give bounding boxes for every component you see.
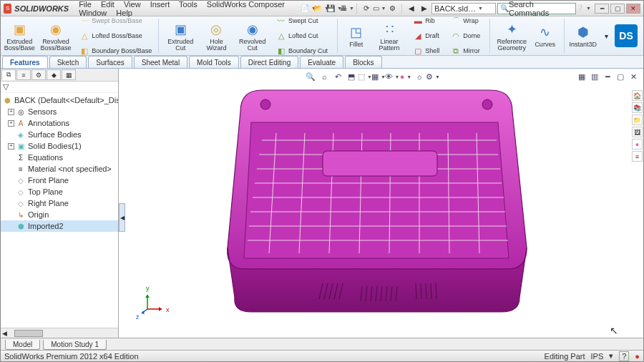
doc-max-icon[interactable]: ▢	[615, 71, 626, 82]
minimize-button[interactable]: ━	[595, 4, 609, 14]
revolved-cut-button[interactable]: ◉Revolved Cut	[236, 19, 268, 54]
expand-icon[interactable]: +	[8, 109, 14, 115]
scene-icon[interactable]: ☼	[414, 71, 425, 82]
rebuild-icon[interactable]: ⟳	[361, 3, 372, 14]
panel-collapse-handle[interactable]: ◀	[119, 203, 125, 232]
swept-boss-button[interactable]: 〰Swept Boss/Base	[76, 14, 152, 28]
document-combo[interactable]: BACK.sld…▼	[431, 3, 496, 14]
hide-show-icon[interactable]: 👁▼	[386, 71, 398, 82]
tree-item-surface-bodies[interactable]: ◈Surface Bodies	[1, 129, 118, 140]
lofted-cut-button[interactable]: △Lofted Cut	[273, 29, 331, 43]
revolved-boss-button[interactable]: ◉Revolved Boss/Base	[40, 19, 72, 54]
bottom-tab-model[interactable]: Model	[5, 340, 40, 350]
fillet-button[interactable]: ◳Fillet	[343, 21, 369, 50]
reference-geometry-button[interactable]: ✦Reference Geometry	[496, 19, 528, 54]
menu-view[interactable]: View	[124, 0, 141, 9]
expand-icon[interactable]: +	[8, 143, 14, 150]
expand-icon[interactable]: +	[8, 120, 14, 127]
appearance-icon[interactable]: ●▼	[400, 71, 411, 82]
dome-button[interactable]: ◠Dome	[447, 29, 484, 43]
extruded-boss-button[interactable]: ▣Extruded Boss/Base	[4, 19, 36, 54]
rib-button[interactable]: ▬Rib	[409, 14, 443, 28]
graphics-viewport[interactable]: 🔍 ⌕ ↶ ⬒ ⬚▼ ▦▼ 👁▼ ●▼ ☼ ⚙▼ ▦ ▥ ━ ▢ ✕ ◀	[119, 69, 643, 338]
filter-icon[interactable]: ▽	[3, 82, 9, 92]
mirror-button[interactable]: ⧉Mirror	[447, 44, 484, 58]
menu-insert[interactable]: Insert	[150, 0, 170, 9]
taskpane-design-lib-icon[interactable]: 📚	[632, 102, 643, 113]
tree-item-right-plane[interactable]: ◇Right Plane	[1, 197, 118, 209]
ribbon-collapse-icon[interactable]: ▾	[600, 30, 612, 41]
tab-direct-editing[interactable]: Direct Editing	[240, 56, 298, 68]
doc-min-icon[interactable]: ━	[602, 71, 613, 82]
tab-surfaces[interactable]: Surfaces	[88, 56, 132, 68]
nav-fwd-icon[interactable]: ▶	[419, 3, 430, 14]
manager-tab-display[interactable]: ▦	[62, 69, 76, 80]
shell-button[interactable]: ▢Shell	[409, 44, 443, 58]
zoom-area-icon[interactable]: ⌕	[318, 71, 330, 82]
tab-mold-tools[interactable]: Mold Tools	[189, 56, 239, 68]
taskpane-file-explorer-icon[interactable]: 📁	[632, 114, 643, 125]
manager-tab-config[interactable]: ⚙	[31, 69, 46, 80]
doc-close-icon[interactable]: ✕	[628, 71, 639, 82]
menu-file[interactable]: File	[79, 0, 92, 9]
status-help-icon[interactable]: ?	[619, 351, 629, 361]
tree-root[interactable]: ⬢BACK (Default<<Default>_Displa	[1, 94, 118, 106]
tab-evaluate[interactable]: Evaluate	[300, 56, 343, 68]
instant3d-button[interactable]: ⬢Instant3D	[570, 21, 596, 50]
help-icon[interactable]: ❔▼	[577, 3, 589, 14]
status-dropdown-icon[interactable]: ▾	[609, 351, 613, 361]
options-icon[interactable]: ⚙	[386, 3, 398, 14]
taskpane-resources-icon[interactable]: 🏠	[632, 90, 643, 101]
wrap-button[interactable]: ⌒Wrap	[447, 14, 484, 28]
tree-item-equations[interactable]: ΣEquations	[1, 152, 118, 163]
tree-item-front-plane[interactable]: ◇Front Plane	[1, 175, 118, 186]
view-triad[interactable]	[140, 290, 166, 316]
curves-button[interactable]: ∿Curves	[532, 21, 558, 50]
view-settings-icon[interactable]: ⚙▼	[427, 71, 439, 82]
taskpane-view-palette-icon[interactable]: 🖼	[632, 127, 643, 137]
tree-item-origin[interactable]: ↳Origin	[1, 209, 118, 220]
print-icon[interactable]: 🖶▼	[341, 3, 353, 14]
menu-edit[interactable]: Edit	[101, 0, 114, 9]
display-style-icon[interactable]: ▦▼	[373, 71, 384, 82]
linear-pattern-button[interactable]: ∷Linear Pattern	[374, 19, 406, 54]
zoom-fit-icon[interactable]: 🔍	[305, 71, 316, 82]
menu-tools[interactable]: Tools	[179, 0, 197, 9]
tab-sketch[interactable]: Sketch	[49, 56, 87, 68]
bottom-tab-motion[interactable]: Motion Study 1	[43, 340, 107, 350]
taskpane-custom-props-icon[interactable]: ≡	[632, 151, 643, 162]
open-doc-icon[interactable]: 📂▼	[316, 3, 327, 14]
status-record-icon[interactable]: ●	[635, 352, 640, 361]
new-doc-icon[interactable]: 📄▼	[303, 3, 314, 14]
draft-button[interactable]: ◢Draft	[409, 29, 443, 43]
manager-tab-feature-tree[interactable]: ⧉	[1, 69, 16, 80]
tree-item-material[interactable]: ≡Material <not specified>	[1, 163, 118, 175]
maximize-button[interactable]: ▢	[610, 4, 625, 14]
tree-item-annotations[interactable]: +AAnnotations	[1, 117, 118, 129]
manager-tab-dim[interactable]: ◆	[47, 69, 61, 80]
status-units[interactable]: IPS	[590, 352, 603, 361]
tab-blocks[interactable]: Blocks	[345, 56, 381, 68]
window-tile-icon[interactable]: ▦	[576, 71, 587, 82]
prev-view-icon[interactable]: ↶	[332, 71, 343, 82]
manager-tab-property[interactable]: ≡	[16, 69, 31, 80]
nav-back-icon[interactable]: ◀	[406, 3, 417, 14]
tab-features[interactable]: Features	[2, 56, 48, 68]
tab-sheet-metal[interactable]: Sheet Metal	[134, 56, 187, 68]
menu-composer[interactable]: SolidWorks Composer	[207, 0, 285, 9]
sidebar-hscroll[interactable]: ◀	[1, 328, 118, 338]
lofted-boss-button[interactable]: △Lofted Boss/Base	[76, 29, 152, 43]
select-icon[interactable]: ▭▼	[374, 3, 385, 14]
swept-cut-button[interactable]: 〰Swept Cut	[273, 14, 331, 28]
extruded-cut-button[interactable]: ▣Extruded Cut	[165, 19, 197, 54]
tree-item-top-plane[interactable]: ◇Top Plane	[1, 186, 118, 197]
window-split-icon[interactable]: ▥	[589, 71, 600, 82]
section-view-icon[interactable]: ⬒	[346, 71, 357, 82]
view-orient-icon[interactable]: ⬚▼	[359, 71, 371, 82]
hole-wizard-button[interactable]: ◎Hole Wizard	[200, 19, 232, 54]
tree-item-imported[interactable]: ⬢Imported2	[1, 220, 118, 232]
tree-item-solid-bodies[interactable]: +▣Solid Bodies(1)	[1, 140, 118, 152]
save-icon[interactable]: 💾▼	[328, 3, 340, 14]
tree-item-sensors[interactable]: +◎Sensors	[1, 106, 118, 117]
taskpane-appearances-icon[interactable]: ●	[632, 139, 643, 150]
